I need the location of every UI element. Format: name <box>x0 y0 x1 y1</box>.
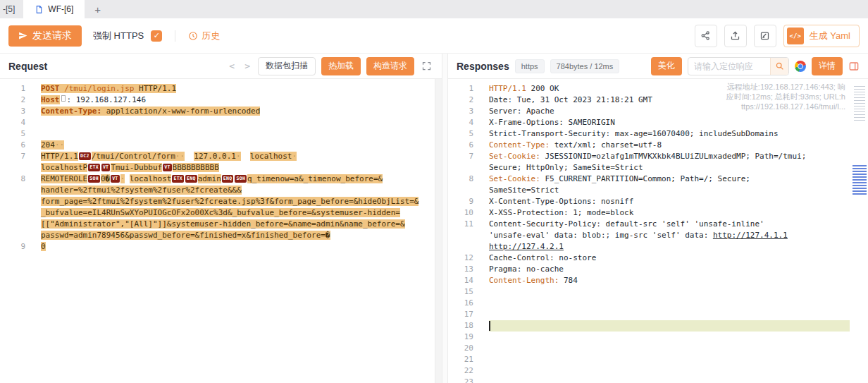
code-line[interactable]: 22 <box>448 365 850 377</box>
code-line[interactable]: 6204·· <box>0 140 436 151</box>
code-line[interactable]: 21 <box>448 354 850 365</box>
code-line[interactable]: 2Date: Tue, 31 Oct 2023 21:18:21 GMT <box>448 95 850 106</box>
response-search-input[interactable] <box>688 61 770 71</box>
tab-wf6[interactable]: WF-[6] <box>23 0 85 18</box>
detail-button[interactable]: 详情 <box>812 57 843 75</box>
export-button[interactable] <box>724 25 747 47</box>
panel-splitter[interactable] <box>442 54 448 383</box>
history-button[interactable]: 历史 <box>188 30 220 42</box>
line-content[interactable]: Strict-Transport-Security: max-age=16070… <box>489 128 850 140</box>
line-content[interactable]: HTTP/1.1 200 OK <box>489 83 850 95</box>
beautify-button[interactable]: 美化 <box>651 57 682 75</box>
code-line[interactable]: 20 <box>448 343 850 354</box>
line-content[interactable] <box>489 320 850 332</box>
line-content[interactable]: HTTP/1.1DC2/tmui/Control/form·· 127.0.0.… <box>41 151 436 174</box>
code-line[interactable]: 8REMOTEROLESOH0�VT· localhostETXENQadmin… <box>0 174 436 241</box>
line-content[interactable]: REMOTEROLESOH0�VT· localhostETXENQadminE… <box>41 174 436 241</box>
line-content[interactable]: Content-Type: application/x-www-form-url… <box>41 106 436 117</box>
code-line[interactable]: 3Content-Type: application/x-www-form-ur… <box>0 106 436 117</box>
line-number: 1 <box>0 83 25 95</box>
line-content[interactable]: Server: Apache <box>489 106 850 117</box>
next-request-button[interactable]: > <box>242 61 252 71</box>
request-scrollbar[interactable] <box>435 79 442 383</box>
tab-wf5-partial[interactable]: -[5] <box>0 0 23 18</box>
line-number: 4 <box>0 117 25 128</box>
line-content[interactable]: X-XSS-Protection: 1; mode=block <box>489 207 850 219</box>
code-line[interactable]: 7Set-Cookie: JSESSIONID=ozlafg1mTMVKXkbk… <box>448 151 850 174</box>
code-line[interactable]: 2Host: 192.168.127.146 <box>0 95 436 106</box>
export-icon <box>730 30 740 41</box>
code-line[interactable]: 5Strict-Transport-Security: max-age=1607… <box>448 128 850 140</box>
code-line[interactable]: 4 <box>0 117 436 128</box>
code-line[interactable]: 1POST /tmui/login.jsp HTTP/1.1 <box>0 83 436 95</box>
line-content[interactable] <box>489 332 850 343</box>
share-button[interactable] <box>695 25 717 47</box>
line-content[interactable]: Content-Type: text/xml; charset=utf-8 <box>489 140 850 151</box>
request-panel: Request < > 数据包扫描 热加载 构造请求 1POST /tmui/l… <box>0 54 442 383</box>
line-content[interactable]: Set-Cookie: JSESSIONID=ozlafg1mTMVKXkbk4… <box>489 151 850 174</box>
code-line[interactable]: 12Cache-Control: no-store <box>448 253 850 264</box>
line-content[interactable] <box>489 343 850 354</box>
code-line[interactable]: 11Content-Security-Policy: default-src '… <box>448 219 850 253</box>
code-line[interactable]: 16 <box>448 298 850 309</box>
line-content[interactable]: X-Frame-Options: SAMEORIGIN <box>489 117 850 128</box>
code-line[interactable]: 7HTTP/1.1DC2/tmui/Control/form·· 127.0.0… <box>0 151 436 174</box>
line-content[interactable]: Content-Security-Policy: default-src 'se… <box>489 219 850 253</box>
code-line[interactable]: 6Content-Type: text/xml; charset=utf-8 <box>448 140 850 151</box>
code-line[interactable]: 1HTTP/1.1 200 OK <box>448 83 850 95</box>
code-line[interactable]: 8Set-Cookie: F5_CURRENT_PARTITION=Common… <box>448 174 850 196</box>
line-number: 5 <box>0 128 25 140</box>
line-content[interactable]: Cache-Control: no-store <box>489 253 850 264</box>
construct-request-button[interactable]: 构造请求 <box>366 57 414 75</box>
line-content[interactable] <box>489 365 850 377</box>
code-line[interactable]: 19 <box>448 332 850 343</box>
line-content[interactable]: 204·· <box>41 140 436 151</box>
line-content[interactable]: Content-Length: 784 <box>489 275 850 286</box>
packet-scan-button[interactable]: 数据包扫描 <box>258 57 316 75</box>
line-content[interactable] <box>41 128 436 140</box>
code-line[interactable]: 5 <box>0 128 436 140</box>
line-content[interactable] <box>489 286 850 298</box>
edit-button[interactable] <box>754 25 776 47</box>
line-content[interactable]: Date: Tue, 31 Oct 2023 21:18:21 GMT <box>489 95 850 106</box>
line-number: 8 <box>448 174 473 196</box>
request-editor[interactable]: 1POST /tmui/login.jsp HTTP/1.12Host: 192… <box>0 79 442 383</box>
code-line[interactable]: 9X-Content-Type-Options: nosniff <box>448 196 850 207</box>
send-request-button[interactable]: 发送请求 <box>8 25 82 47</box>
control-char-chip: VT <box>163 164 171 171</box>
search-button[interactable] <box>770 57 788 75</box>
generate-yaml-button[interactable]: </> 生成 Yaml <box>783 25 860 47</box>
response-editor[interactable]: 1HTTP/1.1 200 OK2Date: Tue, 31 Oct 2023 … <box>448 79 868 383</box>
line-content[interactable] <box>489 309 850 320</box>
line-content[interactable]: Pragma: no-cache <box>489 264 850 275</box>
minimap[interactable] <box>851 79 868 383</box>
line-content[interactable] <box>489 354 850 365</box>
code-line[interactable]: 10X-XSS-Protection: 1; mode=block <box>448 207 850 219</box>
code-line[interactable]: 15 <box>448 286 850 298</box>
line-content[interactable]: X-Content-Type-Options: nosniff <box>489 196 850 207</box>
open-in-browser-button[interactable] <box>795 61 806 72</box>
code-line[interactable]: 23 <box>448 377 850 383</box>
code-line[interactable]: 13Pragma: no-cache <box>448 264 850 275</box>
fullscreen-icon[interactable] <box>420 61 433 71</box>
line-content[interactable]: POST /tmui/login.jsp HTTP/1.1 <box>41 83 436 95</box>
code-line[interactable]: 3Server: Apache <box>448 106 850 117</box>
line-content[interactable] <box>489 298 850 309</box>
force-https-checkbox[interactable]: ✓ <box>151 30 162 42</box>
line-content[interactable]: Host: 192.168.127.146 <box>41 95 436 106</box>
code-line[interactable]: 18 <box>448 320 850 332</box>
line-number: 4 <box>448 117 473 128</box>
prev-request-button[interactable]: < <box>227 61 237 71</box>
code-line[interactable]: 4X-Frame-Options: SAMEORIGIN <box>448 117 850 128</box>
hot-reload-button[interactable]: 热加载 <box>321 57 361 75</box>
line-content[interactable]: Set-Cookie: F5_CURRENT_PARTITION=Common;… <box>489 174 850 196</box>
line-content[interactable]: 0 <box>41 241 436 253</box>
code-line[interactable]: 14Content-Length: 784 <box>448 275 850 286</box>
code-line[interactable]: 17 <box>448 309 850 320</box>
code-icon: </> <box>787 28 804 44</box>
line-content[interactable] <box>41 117 436 128</box>
add-tab-button[interactable]: + <box>85 0 111 18</box>
code-line[interactable]: 90 <box>0 241 436 253</box>
line-content[interactable] <box>489 377 850 383</box>
layout-panel-icon[interactable] <box>848 61 860 72</box>
